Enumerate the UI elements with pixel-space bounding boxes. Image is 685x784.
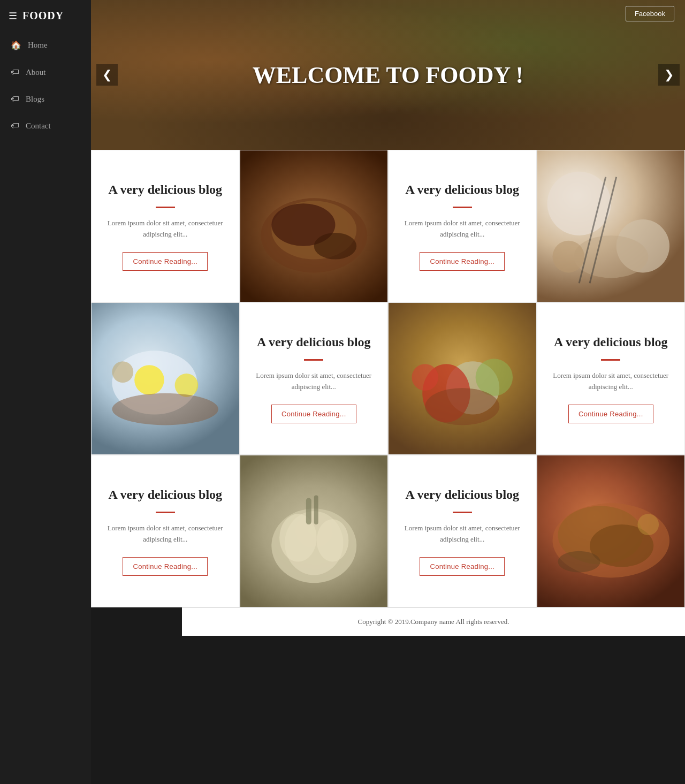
blog-excerpt-6: Lorem ipsum dolor sit amet, consectetuer… [402,523,523,545]
blog-divider-4 [601,359,620,361]
food-photo-meat [240,150,388,302]
blog-heading-4: A very delicious blog [554,334,668,351]
food-photo-eggs [92,303,239,454]
blog-post-6: A very delicious blog Lorem ipsum dolor … [388,455,537,607]
blog-excerpt-1: Lorem ipsum dolor sit amet, consectetuer… [105,218,226,240]
blog-heading-6: A very delicious blog [405,486,519,503]
brand-name: FOODY [22,10,64,22]
sidebar-item-about[interactable]: 🏷 About [0,59,91,86]
topbar: Facebook [91,0,685,27]
contact-icon: 🏷 [11,121,19,131]
sidebar-label-about: About [26,68,46,77]
blog-image-4 [388,302,537,455]
svg-rect-29 [306,498,311,524]
blog-image-1 [240,150,389,302]
sidebar-item-contact[interactable]: 🏷 Contact [0,112,91,139]
blog-post-3: A very delicious blog Lorem ipsum dolor … [240,302,389,455]
hero-title: WELCOME TO FOODY ! [253,62,523,89]
blog-post-4: A very delicious blog Lorem ipsum dolor … [537,302,686,455]
svg-point-15 [175,374,199,397]
blog-excerpt-4: Lorem ipsum dolor sit amet, consectetuer… [551,370,672,393]
continue-btn-1[interactable]: Continue Reading... [123,252,208,271]
blog-post-1: A very delicious blog Lorem ipsum dolor … [91,150,240,302]
blog-excerpt-5: Lorem ipsum dolor sit amet, consectetuer… [105,523,226,545]
continue-btn-5[interactable]: Continue Reading... [123,557,208,576]
main-content: Facebook ❮ WELCOME TO FOODY ! ❯ A very d… [91,0,685,636]
svg-point-9 [552,241,584,273]
prev-slide-button[interactable]: ❮ [96,64,118,86]
blog-heading-3: A very delicious blog [257,334,371,351]
home-icon: 🏠 [11,40,21,50]
svg-rect-30 [314,495,318,524]
sidebar-header: ☰ FOODY [0,0,91,32]
svg-point-28 [316,519,348,561]
blog-post-5: A very delicious blog Lorem ipsum dolor … [91,455,240,607]
svg-point-36 [558,551,600,573]
blog-post-2: A very delicious blog Lorem ipsum dolor … [388,150,537,302]
blog-divider-3 [304,359,323,361]
blog-grid: A very delicious blog Lorem ipsum dolor … [91,150,685,607]
continue-btn-2[interactable]: Continue Reading... [420,252,505,271]
blog-heading-2: A very delicious blog [405,181,519,198]
food-photo-garlic [240,455,388,607]
svg-point-14 [134,365,164,395]
svg-point-22 [425,388,499,425]
about-icon: 🏷 [11,67,19,77]
food-photo-chicken [537,455,685,607]
blog-heading-1: A very delicious blog [108,181,222,198]
sidebar-label-home: Home [28,41,48,50]
blog-excerpt-2: Lorem ipsum dolor sit amet, consectetuer… [402,218,523,240]
facebook-button[interactable]: Facebook [626,6,674,21]
sidebar-label-contact: Contact [26,121,51,131]
continue-btn-6[interactable]: Continue Reading... [420,557,505,576]
blog-divider-2 [453,207,472,208]
hamburger-icon[interactable]: ☰ [9,10,17,22]
blog-image-6 [537,455,686,607]
sidebar-item-home[interactable]: 🏠 Home [0,32,91,59]
footer-text: Copyright © 2019.Company name All rights… [358,618,509,626]
blog-divider-6 [453,512,472,513]
sidebar: ☰ FOODY 🏠 Home 🏷 About 🏷 Blogs 🏷 Contact [0,0,91,636]
blog-image-2 [537,150,686,302]
svg-point-4 [314,233,356,260]
footer: Copyright © 2019.Company name All rights… [182,607,685,636]
sidebar-item-blogs[interactable]: 🏷 Blogs [0,86,91,112]
continue-btn-4[interactable]: Continue Reading... [568,405,653,423]
blog-excerpt-3: Lorem ipsum dolor sit amet, consectetuer… [254,370,375,393]
continue-btn-3[interactable]: Continue Reading... [271,405,356,423]
svg-point-6 [547,172,611,235]
svg-point-23 [412,364,438,391]
food-photo-fruits [389,303,536,454]
sidebar-label-blogs: Blogs [26,95,44,104]
blog-divider-5 [156,512,175,513]
blog-divider-1 [156,207,175,208]
svg-point-16 [112,393,218,425]
blog-image-3 [91,302,240,455]
sidebar-nav: 🏠 Home 🏷 About 🏷 Blogs 🏷 Contact [0,32,91,139]
svg-point-35 [637,514,659,535]
next-slide-button[interactable]: ❯ [658,64,680,86]
svg-point-20 [476,359,513,396]
svg-point-17 [112,361,133,383]
food-photo-asian [537,150,685,302]
blogs-icon: 🏷 [11,94,19,104]
blog-heading-5: A very delicious blog [108,486,222,503]
blog-image-5 [240,455,389,607]
